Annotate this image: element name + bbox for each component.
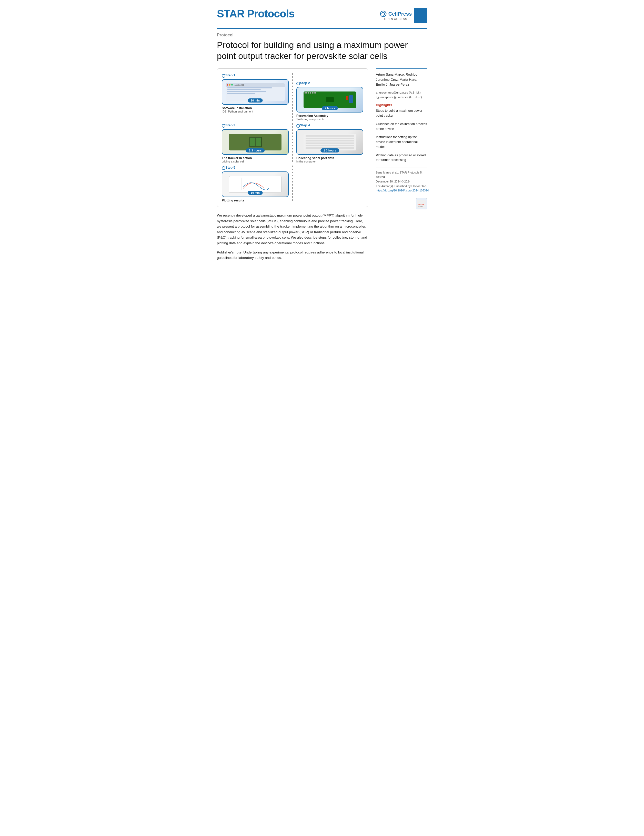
step5-image: 10 min (222, 171, 289, 197)
highlights-label: Highlights (376, 103, 427, 107)
cellpress-icon (380, 10, 387, 18)
svg-text:ELSE: ELSE (418, 203, 425, 206)
highlight-1: Steps to build a maximum power point tra… (376, 108, 427, 118)
step2-image: 2 hours (296, 87, 363, 113)
steps-row-3: Step 5 10 min (222, 166, 363, 202)
step1-node (222, 74, 226, 78)
abstract-publisher-note: Publisher's note: Undertaking any experi… (217, 250, 368, 261)
blue-accent-square (414, 8, 427, 23)
header-divider (217, 28, 427, 29)
step-1-item: Step 1 Arduino IDE (222, 73, 289, 121)
article-type-label: Protocol (217, 33, 427, 38)
data-mockup (304, 134, 356, 150)
highlight-3: Instructions for setting up the device i… (376, 135, 427, 149)
plot-mockup (229, 176, 282, 193)
highlight-2: Guidance on the calibration process of t… (376, 122, 427, 131)
publisher-logo: CellPress OPEN ACCESS (380, 8, 427, 23)
step3-image: 1-3 hours (222, 129, 289, 155)
right-sidebar: Arturo Sanz-Marco, Rodrigo Jeronimo-Cruz… (376, 69, 427, 264)
dashed-center-col-1 (289, 73, 296, 121)
steps-row-1: Step 1 Arduino IDE (222, 73, 363, 121)
step-4-item: Step 4 1-3 hours (296, 123, 363, 163)
svg-point-1 (381, 13, 382, 14)
step4-image: 1-3 hours (296, 129, 363, 155)
journal-title: STAR Protocols (217, 8, 294, 20)
solar-mockup (229, 134, 282, 150)
elsevier-logo: ELSE VIER (416, 198, 427, 209)
highlight-4: Plotting data as produced or stored for … (376, 153, 427, 163)
cellpress-logo-group: CellPress OPEN ACCESS (380, 10, 412, 21)
plot-svg (229, 176, 281, 193)
elsevier-logo-svg: ELSE VIER (417, 200, 426, 208)
step3-node (222, 124, 226, 127)
steps-container: Step 1 Arduino IDE (222, 73, 363, 202)
article-title: Protocol for building and using a maximu… (217, 39, 427, 61)
step-2-item: Step 2 (296, 73, 363, 121)
authors: Arturo Sanz-Marco, Rodrigo Jeronimo-Cruz… (376, 72, 427, 87)
step-row3-right-empty (296, 166, 363, 202)
steps-row-2: Step 3 1-3 hours (222, 123, 363, 163)
step4-node (296, 124, 300, 127)
left-column: Step 1 Arduino IDE (217, 69, 368, 264)
dashed-center-col-3 (289, 166, 296, 202)
svg-text:VIER: VIER (418, 206, 422, 207)
author-emails: arturosmarco@unizar.es (A.S.-M.) ejjuare… (376, 90, 427, 100)
doi-link[interactable]: https://doi.org/10.1016/j.xpro.2024.1033… (376, 189, 429, 192)
step5-node (222, 167, 226, 170)
step-3-item: Step 3 1-3 hours (222, 123, 289, 163)
footer-logo-area: ELSE VIER (376, 198, 427, 209)
svg-point-0 (381, 11, 386, 17)
arduino-mockup (304, 91, 356, 108)
page-header: STAR Protocols CellPress OPEN ACCESS (217, 8, 427, 23)
figure-box: Step 1 Arduino IDE (217, 69, 368, 207)
content-area: Step 1 Arduino IDE (217, 69, 427, 264)
step2-node (296, 82, 300, 85)
step-5-item: Step 5 10 min (222, 166, 289, 202)
step1-image: Arduino IDE 10 min (222, 79, 289, 105)
abstract-main: We recently developed a galvanostatic ma… (217, 213, 368, 246)
citation: Sanz-Marco et al., STAR Protocols 5, 103… (376, 168, 427, 193)
dashed-center-col-2 (289, 123, 296, 163)
